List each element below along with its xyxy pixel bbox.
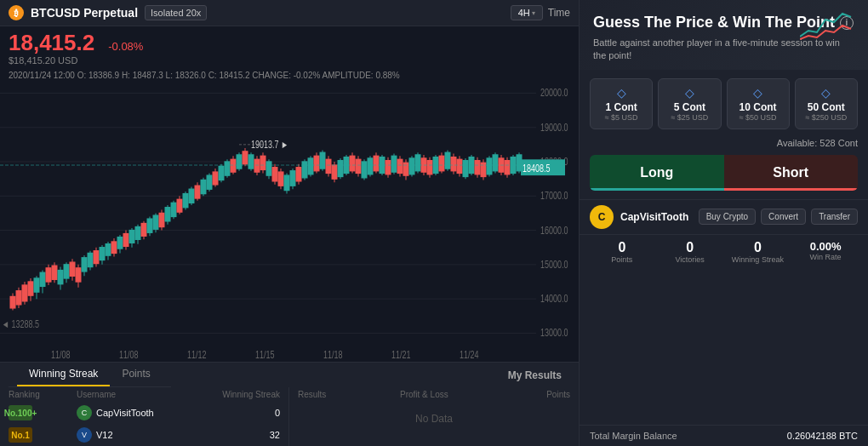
svg-rect-81 <box>177 199 182 212</box>
header-right: 4H ▾ Time <box>511 5 570 20</box>
victories-value: 0 <box>658 240 722 255</box>
symbol-name: BTCUSD Perpetual <box>31 6 138 20</box>
price-main: 18,415.2 <box>9 31 94 54</box>
svg-rect-187 <box>487 158 492 174</box>
bet-options: ◇ 1 Cont ≈ $5 USD ◇ 5 Cont ≈ $25 USD ◇ 1… <box>580 70 868 138</box>
bet-label: 5 Cont <box>664 101 715 113</box>
svg-rect-161 <box>409 158 414 174</box>
my-results-label: My Results <box>508 369 562 381</box>
transfer-button[interactable]: Transfer <box>811 209 858 225</box>
convert-button[interactable]: Convert <box>761 209 806 225</box>
svg-rect-155 <box>391 156 397 172</box>
right-panel: Guess The Price & Win The Point i Battle… <box>579 0 868 446</box>
svg-rect-179 <box>463 161 468 177</box>
svg-rect-61 <box>117 237 123 249</box>
svg-rect-93 <box>213 172 218 185</box>
username-cell: V12 <box>96 430 113 440</box>
margin-value: 0.26042188 BTC <box>787 431 858 441</box>
svg-text:17000.0: 17000.0 <box>540 190 568 202</box>
diamond-icon: ◇ <box>664 86 715 100</box>
bet-card-5cont[interactable]: ◇ 5 Cont ≈ $25 USD <box>658 78 721 129</box>
svg-rect-31 <box>28 282 33 295</box>
bottom-section: Winning Streak Points My Results Ranking… <box>0 362 579 446</box>
bet-card-50cont[interactable]: ◇ 50 Cont ≈ $250 USD <box>795 78 858 129</box>
svg-rect-135 <box>332 165 337 179</box>
bet-label: 10 Cont <box>733 101 784 113</box>
bet-card-10cont[interactable]: ◇ 10 Cont ≈ $50 USD <box>727 78 790 129</box>
svg-text:11/18: 11/18 <box>323 349 343 361</box>
victories-label: Victories <box>658 255 722 264</box>
diamond-icon: ◇ <box>733 86 784 100</box>
rank-cell: No.1 <box>9 427 77 443</box>
svg-rect-35 <box>40 272 45 286</box>
user-name: CapVisitTooth <box>620 211 688 223</box>
svg-rect-59 <box>111 242 117 253</box>
svg-rect-141 <box>350 156 355 170</box>
svg-rect-29 <box>22 285 27 301</box>
avatar: C <box>77 405 92 420</box>
svg-rect-37 <box>46 268 51 282</box>
winrate-label: Win Rate <box>793 253 858 261</box>
table-row: No.1 V V12 32 <box>0 424 288 446</box>
buy-crypto-button[interactable]: Buy Crypto <box>699 209 756 225</box>
svg-rect-109 <box>254 159 260 172</box>
isolated-badge: Isolated 20x <box>145 5 207 20</box>
chevron-down-icon: ▾ <box>532 9 535 17</box>
svg-text:11/24: 11/24 <box>460 349 479 361</box>
svg-rect-157 <box>397 159 403 173</box>
svg-text:18408.5: 18408.5 <box>523 163 551 174</box>
stat-winrate: 0.00% Win Rate <box>793 240 858 264</box>
svg-text:20000.0: 20000.0 <box>540 87 568 99</box>
tab-points[interactable]: Points <box>110 363 162 386</box>
streak-cell: 0 <box>195 408 280 418</box>
chart-svg: 20000.0 19000.0 18000.0 17000.0 16000.0 … <box>0 82 579 362</box>
col-streak: Winning Streak <box>195 390 280 399</box>
rank-cell: No.100+ <box>9 405 77 420</box>
col-username: Username <box>77 390 195 399</box>
svg-rect-51 <box>88 253 93 266</box>
svg-rect-167 <box>427 161 432 174</box>
streak-label: Winning Streak <box>726 255 791 264</box>
svg-rect-69 <box>141 224 146 237</box>
svg-rect-73 <box>153 215 158 229</box>
svg-rect-147 <box>368 158 373 174</box>
svg-text:14000.0: 14000.0 <box>540 293 568 305</box>
no-data-message: No Data <box>289 402 579 436</box>
table-header: Ranking Username Winning Streak <box>0 387 288 402</box>
short-button[interactable]: Short <box>724 155 859 191</box>
svg-rect-65 <box>129 231 134 243</box>
svg-rect-41 <box>58 271 63 284</box>
tab-winning-streak[interactable]: Winning Streak <box>17 363 110 386</box>
svg-rect-119 <box>284 175 289 190</box>
col-points: Points <box>502 390 570 399</box>
svg-rect-173 <box>445 152 450 169</box>
bottom-content: Ranking Username Winning Streak No.100+ … <box>0 387 579 446</box>
user-avatar-large: C <box>590 205 614 229</box>
svg-rect-79 <box>171 203 176 216</box>
svg-rect-49 <box>82 258 87 272</box>
svg-rect-97 <box>225 162 230 175</box>
svg-rect-25 <box>10 296 15 307</box>
timeframe-button[interactable]: 4H ▾ <box>511 5 543 20</box>
svg-text:19000.0: 19000.0 <box>540 121 568 133</box>
long-button[interactable]: Long <box>590 155 724 191</box>
bet-label: 1 Cont <box>596 101 647 113</box>
svg-rect-163 <box>415 155 420 171</box>
username-cell: CapVisitTooth <box>96 408 154 418</box>
svg-rect-143 <box>356 159 361 173</box>
svg-rect-125 <box>302 162 307 178</box>
avatar: V <box>77 427 92 443</box>
svg-rect-193 <box>505 161 510 174</box>
available-balance: Available: 528 Cont <box>580 138 868 155</box>
bet-label: 50 Cont <box>801 101 852 113</box>
stat-streak: 0 Winning Streak <box>726 240 791 264</box>
svg-rect-39 <box>52 266 57 279</box>
chart-header: ₿ BTCUSD Perpetual Isolated 20x 4H ▾ Tim… <box>0 0 579 26</box>
svg-text:19013.7 ►: 19013.7 ► <box>251 139 288 151</box>
streak-cell: 32 <box>195 430 280 440</box>
svg-rect-149 <box>374 156 379 170</box>
bet-card-1cont[interactable]: ◇ 1 Cont ≈ $5 USD <box>590 78 653 129</box>
svg-rect-171 <box>439 156 444 170</box>
svg-rect-27 <box>16 291 21 305</box>
diamond-icon: ◇ <box>801 86 852 100</box>
